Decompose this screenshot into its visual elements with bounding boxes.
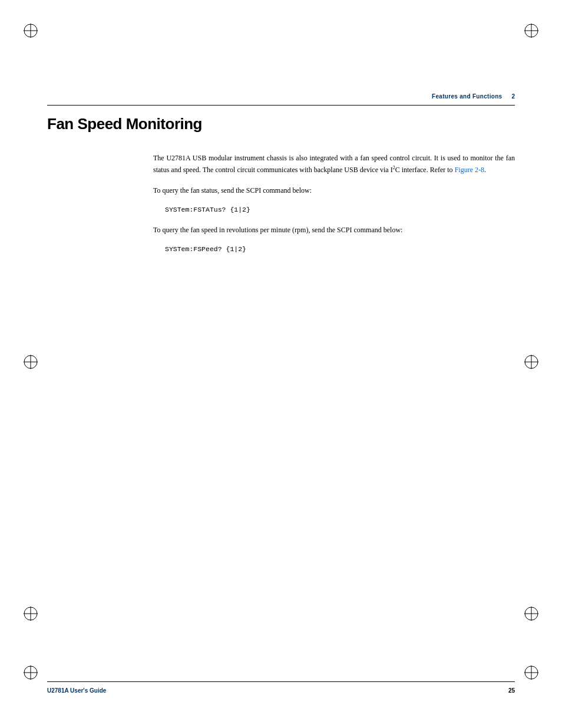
reg-mark-top-left [22, 22, 39, 39]
code-block-1: SYSTem:FSTATus? {1|2} [165, 205, 515, 215]
reg-mark-bottom-right [523, 664, 540, 681]
figure-link[interactable]: Figure 2-8 [455, 166, 484, 174]
header-rule [47, 105, 515, 106]
reg-mark-mid-left [22, 354, 39, 370]
header-chapter-title: Features and Functions [432, 93, 502, 100]
footer-rule [47, 681, 515, 682]
page: Features and Functions 2 Fan Speed Monit… [0, 0, 562, 728]
footer-guide-title: U2781A User's Guide [47, 687, 106, 694]
reg-mark-top-right [523, 22, 540, 39]
reg-mark-bottom-mid-right [523, 605, 540, 622]
paragraph-intro: The U2781A USB modular instrument chassi… [153, 152, 515, 176]
code-block-2: SYSTem:FSPeed? {1|2} [165, 244, 515, 255]
paragraph-intro-end: . [484, 166, 486, 174]
main-content: Fan Speed Monitoring The U2781A USB modu… [47, 115, 515, 263]
paragraph-query-speed: To query the fan speed in revolutions pe… [153, 224, 515, 236]
section-title: Fan Speed Monitoring [47, 115, 515, 133]
footer-page-number: 25 [508, 687, 515, 694]
indented-content: The U2781A USB modular instrument chassi… [153, 152, 515, 255]
page-header: Features and Functions 2 [432, 93, 515, 100]
reg-mark-mid-right [523, 354, 540, 370]
reg-mark-bottom-left [22, 664, 39, 681]
page-footer: U2781A User's Guide 25 [47, 687, 515, 694]
header-chapter-number: 2 [511, 93, 515, 100]
paragraph-intro-text-2: C interface. Refer to [395, 166, 455, 174]
reg-mark-bottom-mid-left [22, 605, 39, 622]
paragraph-query-status: To query the fan status, send the SCPI c… [153, 185, 515, 196]
